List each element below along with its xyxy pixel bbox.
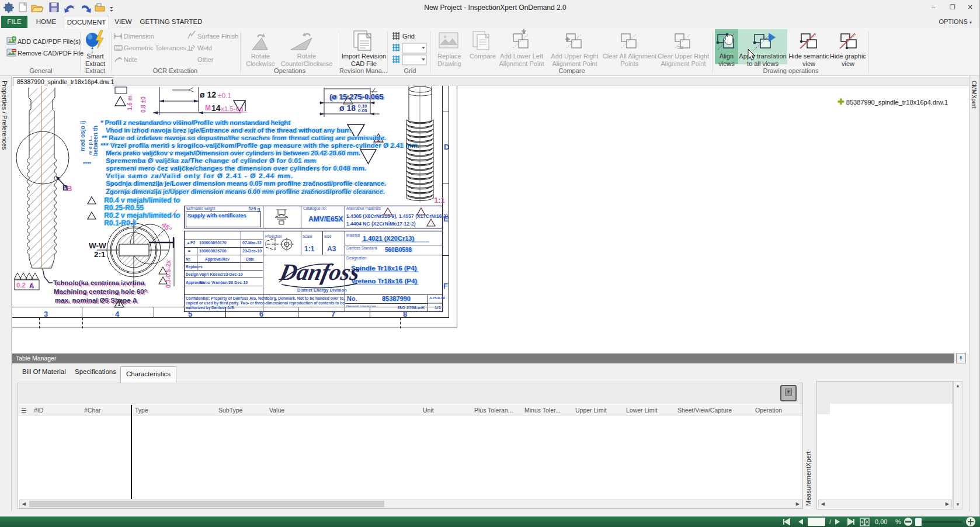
svg-text:0.2: 0.2 bbox=[16, 282, 26, 289]
svg-text:Approval/Rev: Approval/Rev bbox=[205, 257, 230, 262]
svg-text:▲P2: ▲P2 bbox=[186, 241, 196, 245]
svg-text:07-Mar-12: 07-Mar-12 bbox=[242, 241, 262, 245]
svg-text:General tolerances: General tolerances bbox=[346, 304, 376, 308]
svg-text:2:1: 2:1 bbox=[94, 250, 106, 259]
svg-text:Scale: Scale bbox=[303, 234, 312, 238]
svg-text:1: 1 bbox=[117, 301, 121, 307]
svg-text:325 g: 325 g bbox=[248, 206, 260, 212]
svg-text:Danfoss Standard: Danfoss Standard bbox=[346, 246, 377, 250]
svg-text:5: 5 bbox=[188, 310, 192, 318]
svg-text:4: 4 bbox=[115, 310, 120, 318]
svg-text:No.: No. bbox=[347, 295, 357, 302]
svg-text:100000026700: 100000026700 bbox=[199, 249, 227, 253]
svg-text:Velja samo za/Valid only for Ø: Velja samo za/Valid only for Ø 2.41 - Ø … bbox=[106, 172, 293, 179]
svg-text:A.75/A.60: A.75/A.60 bbox=[429, 296, 446, 300]
svg-text:Danfoss: Danfoss bbox=[277, 259, 362, 285]
svg-text:AMV/E65X: AMV/E65X bbox=[308, 215, 343, 223]
svg-text:±0.1: ±0.1 bbox=[218, 92, 232, 100]
svg-text:Date: Date bbox=[246, 257, 254, 261]
svg-text:(ø 15.275-0.065: (ø 15.275-0.065 bbox=[329, 92, 384, 101]
svg-text:Replaces: Replaces bbox=[186, 265, 203, 269]
svg-text:Sprememba Ø valjčka za/The ch: Sprememba Ø valjčka za/The change of cyl… bbox=[106, 157, 316, 164]
svg-text:copied or used by third party.: copied or used by third party. Two- or t… bbox=[186, 301, 345, 306]
svg-text:x1.5-6g: x1.5-6g bbox=[221, 105, 243, 112]
svg-text:=: = bbox=[188, 249, 190, 253]
svg-text:Catalogue no:: Catalogue no: bbox=[303, 206, 327, 211]
svg-text:8: 8 bbox=[403, 310, 407, 318]
svg-text:B: B bbox=[62, 183, 68, 192]
svg-text:/: / bbox=[829, 518, 832, 525]
svg-text:R0.1-R0.3: R0.1-R0.3 bbox=[104, 219, 136, 227]
svg-text:R0.25-R0.55: R0.25-R0.55 bbox=[104, 204, 144, 212]
svg-text:spremeni mero čez valjčke/chan: spremeni mero čez valjčke/changes the di… bbox=[106, 165, 366, 172]
svg-text:R0.2 v mejah/limited to: R0.2 v mejah/limited to bbox=[104, 212, 180, 220]
svg-text:Vreteno Tr18x16 (P4): Vreteno Tr18x16 (P4) bbox=[351, 278, 417, 285]
svg-text:100000090170: 100000090170 bbox=[199, 241, 227, 245]
svg-text:F: F bbox=[443, 282, 448, 290]
svg-text:Supply with certificates: Supply with certificates bbox=[187, 213, 246, 219]
svg-text:R0.4 v mejah/limited to: R0.4 v mejah/limited to bbox=[104, 196, 180, 204]
svg-text:Vhod in izhod navoja brez igle: Vhod in izhod navoja brez igle/Entrance … bbox=[106, 127, 351, 134]
svg-text:D: D bbox=[444, 143, 449, 151]
svg-text:Machining centering hole 60°: Machining centering hole 60° bbox=[54, 288, 147, 295]
svg-text:Material: Material bbox=[346, 233, 360, 237]
svg-text:* Profil z nestandardno višino: * Profil z nestandardno višino/Profile w… bbox=[100, 119, 290, 126]
svg-text:Alternative materials: Alternative materials bbox=[346, 206, 381, 210]
svg-text:Estimated weight: Estimated weight bbox=[186, 206, 216, 211]
svg-text:Size: Size bbox=[324, 234, 332, 238]
svg-text:ø 18: ø 18 bbox=[339, 103, 356, 113]
svg-text:1:1: 1:1 bbox=[304, 245, 315, 253]
svg-text:1.4404 NC (X2CrNiMo17-12-2): 1.4404 NC (X2CrNiMo17-12-2) bbox=[346, 221, 416, 227]
svg-text:0.8 ±0: 0.8 ±0 bbox=[140, 96, 147, 113]
svg-text:Confidential: Property of Dan: Confidential: Property of Danfoss A/S, N… bbox=[186, 296, 345, 301]
svg-text:7: 7 bbox=[331, 310, 335, 318]
svg-text:ISO 2768-mK: ISO 2768-mK bbox=[398, 305, 425, 310]
svg-text:W-W: W-W bbox=[89, 241, 106, 250]
svg-text:Tehnolo(ka centrirna izvrtina: Tehnolo(ka centrirna izvrtina bbox=[53, 279, 145, 286]
svg-text:85387990: 85387990 bbox=[382, 295, 411, 302]
svg-text:1.4305 (X8CrNiS18-9), 1.4057 (: 1.4305 (X8CrNiS18-9), 1.4057 (X17CrNi16-… bbox=[346, 213, 449, 219]
svg-text:Nr.: Nr. bbox=[186, 257, 191, 261]
svg-text:23-Dec-10: 23-Dec-10 bbox=[242, 249, 262, 253]
svg-text:** Raze od izdelave navoja so: ** Raze od izdelave navoja so dopustne/t… bbox=[102, 134, 386, 141]
svg-text:1/1: 1/1 bbox=[435, 305, 442, 310]
svg-text:authorized by Danfoss A/S.: authorized by Danfoss A/S. bbox=[186, 306, 235, 310]
svg-text:3: 3 bbox=[44, 310, 48, 318]
svg-text:****: **** bbox=[83, 161, 92, 167]
svg-text:14: 14 bbox=[211, 103, 221, 113]
svg-text:*** Vrzel profila meriti s kro: *** Vrzel profila meriti s krogilco-valj… bbox=[100, 142, 419, 149]
svg-text:between th: between th bbox=[92, 126, 99, 156]
svg-text:Vojin Kosec/23-Dec-10: Vojin Kosec/23-Dec-10 bbox=[199, 272, 243, 277]
svg-text:0.05: 0.05 bbox=[358, 108, 367, 113]
svg-text:1.6 m: 1.6 m bbox=[127, 95, 133, 110]
svg-text:45°: 45° bbox=[160, 221, 173, 234]
svg-text:Zgornja dimenzija je/Upper dim: Zgornja dimenzija je/Upper dimension mea… bbox=[106, 188, 385, 195]
svg-text:M: M bbox=[205, 104, 211, 112]
svg-text:ø 12: ø 12 bbox=[200, 90, 216, 99]
svg-text:max. nominal Ø5 Shape A: max. nominal Ø5 Shape A bbox=[55, 297, 137, 304]
svg-text:Mera preko valjčkov v mejah/Di: Mera preko valjčkov v mejah/Dimension ov… bbox=[106, 150, 360, 157]
svg-text:560B0598: 560B0598 bbox=[385, 247, 412, 253]
svg-text:Projection: Projection bbox=[265, 234, 282, 239]
svg-text:1:1: 1:1 bbox=[434, 196, 445, 204]
svg-text:med osjo ij: med osjo ij bbox=[79, 121, 86, 151]
svg-text:Spodnja dimenzija je/Lower dim: Spodnja dimenzija je/Lower dimension mea… bbox=[106, 180, 386, 187]
svg-text:A3: A3 bbox=[327, 245, 336, 253]
svg-text:Design: Design bbox=[186, 272, 199, 277]
svg-text:Samo Vrančan/23-Dec-10: Samo Vrančan/23-Dec-10 bbox=[199, 280, 248, 285]
svg-text:1.4021 (X20Cr13): 1.4021 (X20Cr13) bbox=[363, 235, 414, 242]
